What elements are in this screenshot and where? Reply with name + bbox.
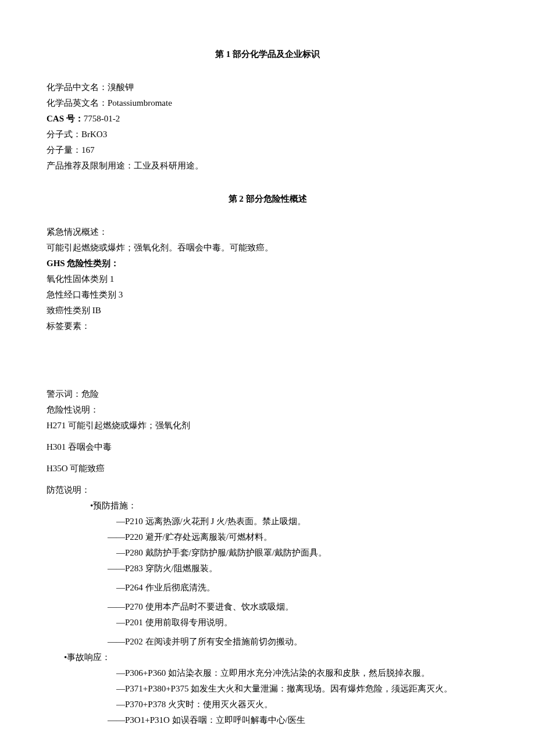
en-name-row: 化学品英文名：Potassiumbromate — [47, 95, 488, 111]
en-name-value: Potassiumbromate — [108, 98, 172, 108]
use-label: 产品推荐及限制用途： — [47, 161, 134, 170]
response-item-2: —P371+P380+P375 如发生大火和大量泄漏：撤离现场。因有爆炸危险，须… — [47, 681, 488, 697]
hazard-label: 危险性说明： — [47, 402, 488, 418]
ghs-item-2: 急性经口毒性类别 3 — [47, 287, 488, 303]
prevention-item-7: —P201 使用前取得专用说明。 — [47, 615, 488, 630]
hazard-h301: H301 吞咽会中毒 — [47, 439, 488, 455]
hazard-h350: H35O 可能致癌 — [47, 461, 488, 476]
precaution-label: 防范说明： — [47, 482, 488, 498]
mw-value: 167 — [81, 145, 95, 155]
prevention-label: •预防措施： — [47, 498, 488, 514]
formula-row: 分子式：BrKO3 — [47, 127, 488, 142]
hazard-h271: H271 可能引起燃烧或爆炸；强氧化剂 — [47, 418, 488, 433]
prevention-item-5: —P264 作业后彻底清洗。 — [47, 580, 488, 596]
emergency-label: 紧急情况概述： — [47, 224, 488, 240]
response-item-1: —P306+P360 如沾染衣服：立即用水充分冲洗沾染的衣服和皮肤，然后脱掉衣服… — [47, 665, 488, 681]
mw-row: 分子量：167 — [47, 142, 488, 158]
response-item-3: —P370+P378 火灾时：使用灭火器灭火。 — [47, 697, 488, 712]
prevention-item-8: ——P202 在阅读并明了所有安全措施前切勿搬动。 — [47, 634, 488, 650]
label-elements: 标签要素： — [47, 318, 488, 334]
prevention-item-1: —P210 远离热源/火花刑 J 火/热表面。禁止吸烟。 — [47, 514, 488, 529]
ghs-label: GHS 危险性类别： — [47, 256, 488, 271]
cn-name-row: 化学品中文名：溴酸钾 — [47, 80, 488, 95]
en-name-label: 化学品英文名： — [47, 98, 108, 108]
formula-label: 分子式： — [47, 130, 81, 139]
response-item-4: ——P3O1+P31O 如误吞咽：立即呼叫解毒中心/医生 — [47, 712, 488, 728]
use-row: 产品推荐及限制用途：工业及科研用途。 — [47, 158, 488, 174]
signal-word: 警示词：危险 — [47, 386, 488, 402]
section-1-title: 第 1 部分化学品及企业标识 — [47, 46, 488, 62]
ghs-item-3: 致癌性类别 IB — [47, 303, 488, 318]
prevention-item-3: —P280 戴防护手套/穿防护服/戴防护眼罩/戴防护面具。 — [47, 545, 488, 561]
mw-label: 分子量： — [47, 145, 81, 155]
use-value: 工业及科研用途。 — [134, 161, 204, 170]
ghs-item-1: 氧化性固体类别 1 — [47, 271, 488, 287]
cn-name-value: 溴酸钾 — [108, 83, 134, 92]
response-label: •事故响应： — [47, 650, 488, 665]
prevention-item-2: ——P220 避开/贮存处远离服装/可燃材料。 — [47, 529, 488, 545]
formula-value: BrKO3 — [81, 130, 107, 139]
cas-row: CAS 号：7758-01-2 — [47, 111, 488, 127]
cas-value: 7758-01-2 — [84, 114, 120, 123]
emergency-text: 可能引起燃烧或爆炸；强氧化剂。吞咽会中毒。可能致癌。 — [47, 240, 488, 256]
cn-name-label: 化学品中文名： — [47, 83, 108, 92]
pictogram-gap — [47, 334, 488, 386]
prevention-item-4: ——P283 穿防火/阻燃服装。 — [47, 561, 488, 576]
section-2-title: 第 2 部分危险性概述 — [47, 191, 488, 207]
prevention-item-6: ——P270 使用本产品时不要进食、饮水或吸烟。 — [47, 599, 488, 615]
cas-label: CAS 号： — [47, 114, 84, 123]
